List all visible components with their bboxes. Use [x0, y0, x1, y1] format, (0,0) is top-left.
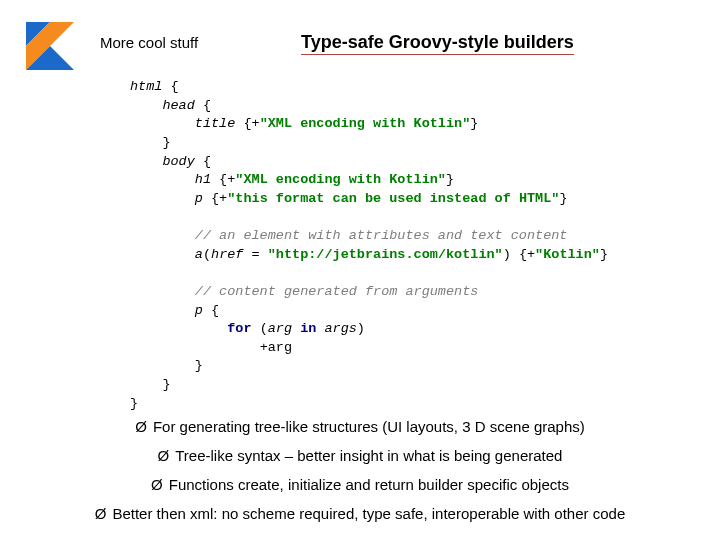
bullet-marker-icon: Ø	[151, 476, 163, 493]
slide-header: More cool stuff Type-safe Groovy-style b…	[100, 32, 690, 55]
slide-title: Type-safe Groovy-style builders	[301, 32, 574, 55]
bullet-text: Functions create, initialize and return …	[169, 476, 569, 493]
logo-icon	[22, 18, 78, 74]
bullet-text: Better then xml: no scheme required, typ…	[112, 505, 625, 522]
bullet-text: For generating tree-like structures (UI …	[153, 418, 585, 435]
bullet-item: ØTree-like syntax – better insight in wh…	[0, 447, 720, 464]
code-block: html { head { title {+"XML encoding with…	[130, 78, 608, 413]
bullet-item: ØBetter then xml: no scheme required, ty…	[0, 505, 720, 522]
bullet-marker-icon: Ø	[158, 447, 170, 464]
bullet-item: ØFunctions create, initialize and return…	[0, 476, 720, 493]
bullet-text: Tree-like syntax – better insight in wha…	[175, 447, 562, 464]
bullet-item: ØFor generating tree-like structures (UI…	[0, 418, 720, 435]
bullet-list: ØFor generating tree-like structures (UI…	[0, 418, 720, 534]
bullet-marker-icon: Ø	[95, 505, 107, 522]
slide-subtitle: More cool stuff	[100, 34, 198, 51]
bullet-marker-icon: Ø	[135, 418, 147, 435]
